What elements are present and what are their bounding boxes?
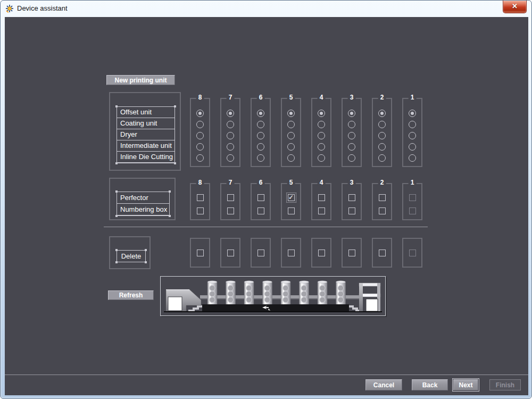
press-tower-4 <box>281 281 290 305</box>
unit-type-radio-col3-row3[interactable] <box>348 132 355 139</box>
unit-type-radio-col1-row4[interactable] <box>409 143 416 151</box>
delete-checkbox-col8[interactable] <box>197 250 204 256</box>
title-bar[interactable]: Device assistant ✕ <box>1 1 531 17</box>
delete-checkbox-col5[interactable] <box>288 250 295 256</box>
column-number-8: 8 <box>196 94 204 101</box>
delete-checkbox-col2[interactable] <box>379 250 386 256</box>
delete-checkbox-col7[interactable] <box>227 250 234 256</box>
delete-column-6 <box>251 238 271 268</box>
unit-type-radio-col6-row5[interactable] <box>257 154 264 162</box>
unit-position-column-2: 2 <box>372 98 392 167</box>
back-button[interactable]: Back <box>412 379 448 390</box>
refresh-button[interactable]: Refresh <box>108 290 154 300</box>
footer-separator <box>5 375 528 375</box>
unit-type-radio-col6-row2[interactable] <box>257 121 264 128</box>
unit-position-column-6: 6 <box>251 98 271 167</box>
unit-type-radio-col4-row1[interactable] <box>318 110 325 117</box>
accessory-checkbox-col5-row2[interactable] <box>288 207 295 214</box>
accessory-column-6: 6 <box>251 183 271 220</box>
unit-type-radio-col2-row4[interactable] <box>378 143 386 151</box>
unit-type-radio-col6-row4[interactable] <box>257 143 264 151</box>
unit-type-radio-col8-row2[interactable] <box>196 121 204 128</box>
accessory-type-perfector[interactable]: Perfector <box>117 192 169 204</box>
accessory-checkbox-col2-row2[interactable] <box>379 207 386 214</box>
unit-type-radio-col7-row1[interactable] <box>227 110 234 117</box>
unit-type-radio-col5-row2[interactable] <box>287 121 295 128</box>
unit-type-radio-col5-row4[interactable] <box>287 143 295 151</box>
accessory-checkbox-col2-row1[interactable] <box>379 194 386 201</box>
unit-type-radio-col2-row2[interactable] <box>378 121 386 128</box>
unit-type-radio-col8-row4[interactable] <box>196 143 204 151</box>
unit-type-offset-unit[interactable]: Offset unit <box>117 107 174 118</box>
unit-type-radio-col3-row5[interactable] <box>348 154 355 162</box>
unit-type-radio-col3-row1[interactable] <box>348 110 355 117</box>
column-number-8: 8 <box>196 179 204 186</box>
unit-type-radio-col2-row3[interactable] <box>378 132 386 139</box>
cancel-button[interactable]: Cancel <box>365 379 402 390</box>
accessory-checkbox-col6-row2[interactable] <box>257 207 264 214</box>
unit-type-radio-col1-row2[interactable] <box>409 121 416 128</box>
unit-type-radio-col4-row5[interactable] <box>318 154 325 162</box>
close-button[interactable]: ✕ <box>503 1 527 13</box>
selection-handle <box>174 162 176 164</box>
accessory-type-numbering-box[interactable]: Numbering box <box>117 204 169 215</box>
accessory-checkbox-col3-row1[interactable] <box>348 194 355 201</box>
delete-column-4 <box>311 238 331 268</box>
unit-type-radio-col8-row1[interactable] <box>196 110 204 117</box>
unit-type-radio-col3-row4[interactable] <box>348 143 355 151</box>
unit-type-radio-col3-row2[interactable] <box>348 121 355 128</box>
unit-type-coating-unit[interactable]: Coating unit <box>117 118 174 129</box>
accessory-checkbox-col8-row1[interactable] <box>197 194 204 201</box>
unit-type-radio-col8-row5[interactable] <box>196 154 204 162</box>
accessory-checkbox-col4-row1[interactable] <box>318 194 325 201</box>
column-number-1: 1 <box>409 179 417 186</box>
unit-type-radio-col7-row4[interactable] <box>227 143 234 151</box>
unit-type-radio-col1-row1[interactable] <box>409 110 416 117</box>
press-feeder-pile <box>366 299 378 311</box>
unit-type-radio-col1-row5[interactable] <box>409 154 416 162</box>
delete-button[interactable]: Delete <box>117 250 146 262</box>
accessory-checkbox-col1-row1 <box>409 194 416 201</box>
unit-position-column-5: 5 <box>281 98 301 167</box>
selection-handle <box>115 249 118 251</box>
unit-type-radio-col4-row3[interactable] <box>318 132 325 139</box>
delete-checkbox-col4[interactable] <box>318 250 325 256</box>
unit-type-radio-col4-row4[interactable] <box>318 143 325 151</box>
accessory-column-5: 5 <box>281 183 301 220</box>
column-number-3: 3 <box>348 179 356 186</box>
accessory-checkbox-col6-row1[interactable] <box>257 194 264 201</box>
unit-type-radio-col4-row2[interactable] <box>318 121 325 128</box>
unit-type-radio-col2-row1[interactable] <box>378 110 386 117</box>
next-button[interactable]: Next <box>453 379 478 390</box>
accessory-checkbox-col3-row2[interactable] <box>348 207 355 214</box>
new-printing-unit-button[interactable]: New printing unit <box>106 75 175 85</box>
unit-position-column-7: 7 <box>220 98 240 167</box>
column-number-6: 6 <box>257 179 265 186</box>
unit-type-dryer[interactable]: Dryer <box>117 129 174 140</box>
press-diagram-svg <box>161 277 385 315</box>
unit-type-intermediate-unit[interactable]: Intermediate unit <box>117 140 174 152</box>
unit-type-radio-col1-row3[interactable] <box>409 132 416 139</box>
unit-type-groupbox: Offset unitCoating unitDryerIntermediate… <box>109 92 181 171</box>
unit-type-radio-col7-row2[interactable] <box>227 121 234 128</box>
unit-type-radio-col8-row3[interactable] <box>196 132 204 139</box>
delete-columns <box>190 238 422 268</box>
delete-checkbox-col6[interactable] <box>257 250 264 256</box>
unit-type-radio-col7-row5[interactable] <box>227 154 234 162</box>
unit-type-radio-col2-row5[interactable] <box>378 154 386 162</box>
delete-checkbox-col3[interactable] <box>348 250 355 256</box>
unit-type-radio-col6-row3[interactable] <box>257 132 264 139</box>
unit-type-radio-col5-row1[interactable] <box>287 110 295 117</box>
accessory-checkbox-col7-row2[interactable] <box>227 207 234 214</box>
accessory-checkbox-col7-row1[interactable] <box>227 194 234 201</box>
accessory-checkbox-col5-row1[interactable] <box>288 194 295 201</box>
accessory-checkbox-col4-row2[interactable] <box>318 207 325 214</box>
unit-type-inline-die-cutting[interactable]: Inline Die Cutting <box>117 152 174 163</box>
unit-type-radio-col7-row3[interactable] <box>227 132 234 139</box>
selection-handle <box>115 105 118 107</box>
accessory-checkbox-col8-row2[interactable] <box>197 207 204 214</box>
unit-type-radio-col6-row1[interactable] <box>257 110 264 117</box>
finish-button: Finish <box>489 379 521 390</box>
unit-type-radio-col5-row5[interactable] <box>287 154 295 162</box>
unit-type-radio-col5-row3[interactable] <box>287 132 295 139</box>
